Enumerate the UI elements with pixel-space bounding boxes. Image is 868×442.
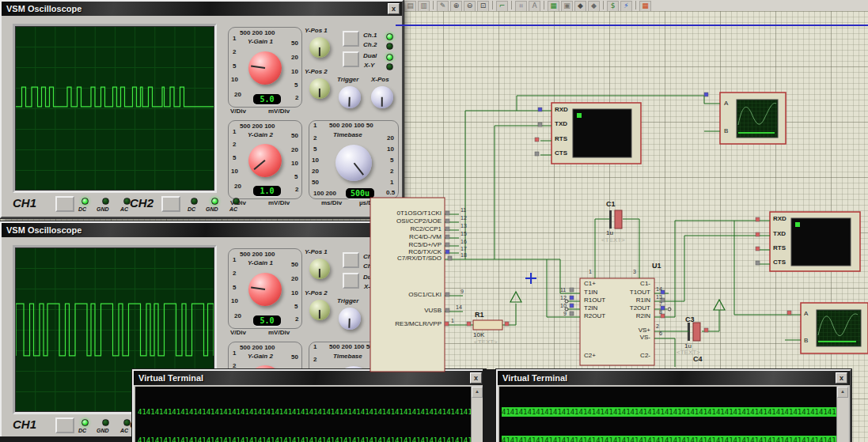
- u1-pin-label: VS+: [603, 327, 650, 334]
- mcu-pin-number: 11: [461, 207, 466, 213]
- term2-pin-rts: RTS: [773, 245, 786, 251]
- u1-pin-number: 1: [589, 269, 592, 274]
- mcu-pin-label: OSC1/CLKI: [366, 292, 442, 298]
- term1-pin-txd: TXD: [555, 121, 567, 127]
- mcu-pin-number: 18: [461, 252, 467, 258]
- mcu-pin-label: RE3/MCLR/VPP: [366, 321, 442, 327]
- c1-text: <TEXT>: [601, 237, 625, 244]
- mcu-pin-number: 17: [461, 246, 467, 251]
- u1-pin-number: 11: [560, 287, 566, 293]
- term2-pin-txd: TXD: [773, 231, 786, 237]
- u1-pin-number: 9: [563, 311, 567, 316]
- component-r1[interactable]: [473, 320, 502, 330]
- u1-pin-number: 12: [560, 295, 567, 300]
- mcu-pin-label: RC5/D+/VP: [366, 242, 442, 248]
- u1-pin-label: C2-: [603, 353, 650, 359]
- u1-pin-label: VS-: [603, 334, 650, 341]
- mcu-pin-label: RC4/D-/VM: [366, 234, 442, 240]
- graph1-pin-b: B: [724, 128, 728, 134]
- u1-pin-number: 2: [656, 323, 659, 329]
- power-arrow-icon: [714, 300, 725, 310]
- term1-pin-rts: RTS: [555, 136, 567, 142]
- graph2-pin-a: A: [804, 311, 808, 317]
- mcu-pin-number: 12: [461, 215, 467, 221]
- u1-pin-label: T1IN: [584, 289, 597, 296]
- u1-pin-label: T1OUT: [603, 289, 650, 296]
- c1-value: 1u: [606, 230, 613, 236]
- graph2-pin-b: B: [804, 338, 808, 344]
- component-c3[interactable]: [688, 323, 700, 341]
- mcu-pin-label: VUSB: [366, 308, 442, 314]
- u1-pin-number: 10: [560, 303, 567, 308]
- u1-pin-label: C2+: [584, 353, 596, 359]
- r1-ref: R1: [475, 312, 484, 319]
- term2-pin-rxd: RXD: [773, 216, 787, 222]
- terminal-cursor: [795, 222, 800, 227]
- instrument-scope-graph-2[interactable]: [801, 303, 868, 353]
- terminal-cursor: [577, 113, 582, 118]
- u1-pin-label: T2IN: [584, 305, 597, 312]
- mcu-pin-number: 13: [461, 223, 467, 229]
- schematic-canvas[interactable]: 0T1OSO/T1CKI OSI/CCP2/UOE RC2/CCP1 RC4/D…: [0, 11, 868, 442]
- u1-pin-number: 14: [656, 286, 662, 292]
- u1-pin-number: 8: [659, 309, 662, 315]
- mcu-pin-number: 1: [451, 318, 454, 323]
- mcu-pin-number: 14: [456, 304, 462, 310]
- c4-ref: C4: [693, 356, 703, 363]
- term2-pin-cts: CTS: [773, 259, 786, 266]
- u1-ref: U1: [652, 263, 661, 270]
- u1-pin-label: C1+: [584, 281, 596, 287]
- c3-ref: C3: [685, 316, 695, 323]
- u1-pin-number: 13: [656, 294, 662, 300]
- mcu-pin-number: 9: [461, 289, 464, 294]
- mcu-pin-number: 16: [461, 239, 467, 244]
- u1-pin-number: 7: [659, 301, 662, 307]
- component-c1[interactable]: [609, 210, 622, 229]
- origin-marker-icon: [525, 273, 536, 284]
- mcu-pin-label: C7/RX/DT/SDO: [366, 255, 442, 262]
- u1-pin-number: 3: [633, 269, 636, 274]
- term1-pin-cts: CTS: [555, 150, 567, 157]
- proteus-app: ▤▥✎⊕⊖⊡⌐⌗A▦▣◆◆$⚡▦: [0, 0, 868, 442]
- u1-pin-label: R2IN: [603, 313, 650, 319]
- mcu-pin-label: RC2/CCP1: [366, 226, 442, 232]
- u1-pin-label: C1-: [603, 281, 650, 287]
- power-arrow-icon: [510, 292, 521, 302]
- c1-ref: C1: [606, 201, 616, 208]
- r1-text: <TEXT>: [474, 339, 498, 346]
- mcu-pin-label: OSI/CCP2/UOE: [366, 218, 442, 225]
- u1-pin-label: R1IN: [603, 297, 650, 304]
- graph1-pin-a: A: [724, 100, 728, 107]
- u1-pin-number: 6: [659, 331, 662, 336]
- u1-pin-label: T2OUT: [603, 305, 650, 312]
- r1-value: 10K: [473, 332, 484, 338]
- term1-pin-rxd: RXD: [555, 107, 568, 113]
- mcu-pin-label: 0T1OSO/T1CKI: [366, 210, 442, 217]
- mcu-pin-number: 15: [461, 231, 467, 236]
- instrument-scope-graph-1[interactable]: [720, 93, 786, 144]
